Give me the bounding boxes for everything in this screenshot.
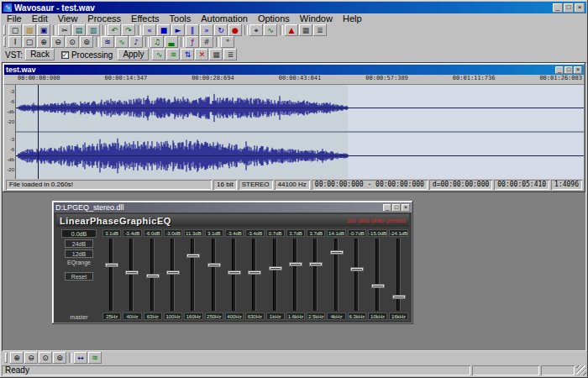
wave-window[interactable]: test.wav _ □ × 00:00:00:00000:00:14:3470… bbox=[3, 63, 585, 192]
eq-slider[interactable] bbox=[266, 239, 285, 311]
eq-slider[interactable] bbox=[307, 239, 325, 311]
vst-list-button[interactable]: ≣ bbox=[223, 49, 237, 60]
toolbar-grip[interactable] bbox=[3, 37, 6, 47]
eq-reset-button[interactable]: Reset bbox=[65, 272, 93, 281]
paste-button[interactable]: ▥ bbox=[87, 24, 100, 36]
oscilloscope-button[interactable]: ∿ bbox=[115, 36, 129, 48]
eq-slider[interactable] bbox=[368, 239, 387, 311]
waveform-right-channel[interactable] bbox=[16, 133, 584, 179]
app-titlebar[interactable]: ∿ Wavosaur - test.wav _ □ × bbox=[2, 2, 586, 13]
zoom-vertical-button[interactable]: ⊚ bbox=[53, 352, 66, 364]
speaker-button[interactable]: ♫ bbox=[150, 36, 164, 48]
maximize-button[interactable]: □ bbox=[564, 3, 574, 13]
zoom-selection-2-button[interactable]: ⊙ bbox=[39, 352, 52, 364]
eq-slider-handle[interactable] bbox=[371, 284, 385, 288]
open-button[interactable]: ▧ bbox=[23, 24, 36, 36]
menu-tools[interactable]: Tools bbox=[165, 13, 197, 24]
level-meter-button[interactable]: ▃ bbox=[165, 36, 178, 48]
menu-file[interactable]: File bbox=[2, 13, 27, 24]
wave-minimize-button[interactable]: _ bbox=[555, 66, 564, 74]
eq-slider-handle[interactable] bbox=[166, 270, 180, 275]
vst-spectrum-button[interactable]: ≋ bbox=[166, 49, 180, 60]
mixer-button[interactable]: ≣ bbox=[313, 24, 327, 36]
menu-window[interactable]: Window bbox=[295, 13, 338, 24]
eq-range-12db-button[interactable]: 12dB bbox=[65, 249, 93, 258]
eq-slider[interactable] bbox=[102, 239, 121, 311]
eq-slider-handle[interactable] bbox=[248, 270, 261, 275]
eq-slider-handle[interactable] bbox=[350, 267, 364, 271]
go-start-button[interactable]: « bbox=[143, 24, 156, 36]
toolbar-grip[interactable] bbox=[3, 25, 6, 35]
resize-grip[interactable] bbox=[576, 365, 586, 375]
eq-slider-track[interactable] bbox=[313, 239, 318, 311]
wave-maximize-button[interactable]: □ bbox=[564, 66, 573, 74]
plugin-titlebar[interactable]: D:LPGEQ_stereo.dll _ □ × bbox=[54, 202, 412, 213]
eq-slider[interactable] bbox=[184, 239, 202, 311]
loop-button[interactable]: ↻ bbox=[214, 24, 228, 36]
eq-slider-track[interactable] bbox=[191, 239, 195, 311]
menu-edit[interactable]: Edit bbox=[27, 13, 53, 24]
close-button[interactable]: × bbox=[575, 3, 585, 13]
menu-process[interactable]: Process bbox=[82, 13, 126, 24]
eq-slider-handle[interactable] bbox=[207, 263, 221, 267]
plugin-window[interactable]: D:LPGEQ_stereo.dll _ □ × LinearPhaseGrap… bbox=[52, 201, 413, 324]
eq-slider[interactable] bbox=[164, 239, 182, 311]
eq-slider-handle[interactable] bbox=[309, 262, 323, 266]
eq-slider-track[interactable] bbox=[375, 239, 380, 311]
marker-button[interactable]: ⌖ bbox=[249, 24, 263, 36]
redo-button[interactable]: ↷ bbox=[122, 24, 135, 36]
wave-window-titlebar[interactable]: test.wav _ □ × bbox=[4, 65, 584, 75]
eq-slider-track[interactable] bbox=[212, 239, 216, 311]
eq-range-24db-button[interactable]: 24dB bbox=[65, 239, 93, 248]
wave-edit-button[interactable]: ∿ bbox=[264, 24, 277, 36]
plugin-minimize-button[interactable]: _ bbox=[383, 204, 391, 212]
eq-slider-handle[interactable] bbox=[186, 254, 200, 258]
fit-width-button[interactable]: ↔ bbox=[74, 352, 87, 364]
select-tool-button[interactable]: ▢ bbox=[23, 36, 36, 48]
options-tool-button[interactable]: * bbox=[221, 36, 234, 48]
vst-grid-button[interactable]: ▦ bbox=[209, 49, 223, 60]
zoom-out-button[interactable]: ⊖ bbox=[51, 36, 65, 48]
undo-button[interactable]: ↶ bbox=[108, 24, 121, 36]
zoom-selection-button[interactable]: ⊙ bbox=[66, 36, 79, 48]
plugin-close-button[interactable]: × bbox=[402, 204, 410, 212]
zoom-out-2-button[interactable]: ⊖ bbox=[24, 352, 38, 364]
waveform-display[interactable] bbox=[16, 85, 584, 179]
eq-slider[interactable] bbox=[327, 239, 345, 311]
eq-slider[interactable] bbox=[286, 239, 305, 311]
eq-slider-track[interactable] bbox=[171, 239, 175, 311]
menu-options[interactable]: Options bbox=[253, 13, 295, 24]
cursor-tool-button[interactable]: I bbox=[8, 36, 22, 48]
eq-slider-handle[interactable] bbox=[228, 270, 241, 275]
eq-slider-track[interactable] bbox=[109, 239, 113, 311]
vst-rack-button[interactable]: Rack bbox=[25, 49, 55, 60]
vst-remove-button[interactable]: ✕ bbox=[195, 49, 208, 60]
eq-slider-handle[interactable] bbox=[330, 250, 344, 255]
play-button[interactable]: ► bbox=[171, 24, 185, 36]
spectrum-button[interactable]: ≋ bbox=[101, 36, 114, 48]
eq-slider-handle[interactable] bbox=[125, 270, 139, 275]
eq-slider-track[interactable] bbox=[396, 239, 401, 311]
menu-effects[interactable]: Effects bbox=[126, 13, 164, 24]
eq-slider-track[interactable] bbox=[293, 239, 297, 311]
copy-button[interactable]: ▤ bbox=[72, 24, 86, 36]
vst-apply-button[interactable]: Apply bbox=[118, 49, 149, 60]
eq-slider[interactable] bbox=[205, 239, 223, 311]
new-button[interactable]: ▢ bbox=[8, 24, 22, 36]
eq-slider-handle[interactable] bbox=[269, 266, 282, 270]
pause-button[interactable]: ‖ bbox=[186, 24, 199, 36]
menu-help[interactable]: Help bbox=[338, 13, 367, 24]
save-button[interactable]: ▣ bbox=[37, 24, 50, 36]
zoom-all-button[interactable]: ⊚ bbox=[80, 36, 93, 48]
vst-processing-checkbox[interactable]: ✓ bbox=[61, 51, 69, 59]
eq-slider[interactable] bbox=[123, 239, 141, 311]
eq-slider[interactable] bbox=[144, 239, 162, 311]
eq-slider-handle[interactable] bbox=[105, 263, 118, 267]
grid-button[interactable]: # bbox=[200, 36, 213, 48]
timeline-ruler[interactable]: 00:00:00:00000:00:14:34700:00:28:69400:0… bbox=[4, 75, 584, 85]
batch-button[interactable]: ▦ bbox=[299, 24, 312, 36]
eq-slider[interactable] bbox=[225, 239, 244, 311]
vst-route-button[interactable]: ⇅ bbox=[181, 49, 194, 60]
spectrum-view-button[interactable]: ≋ bbox=[88, 352, 102, 364]
eq-slider[interactable] bbox=[348, 239, 366, 311]
